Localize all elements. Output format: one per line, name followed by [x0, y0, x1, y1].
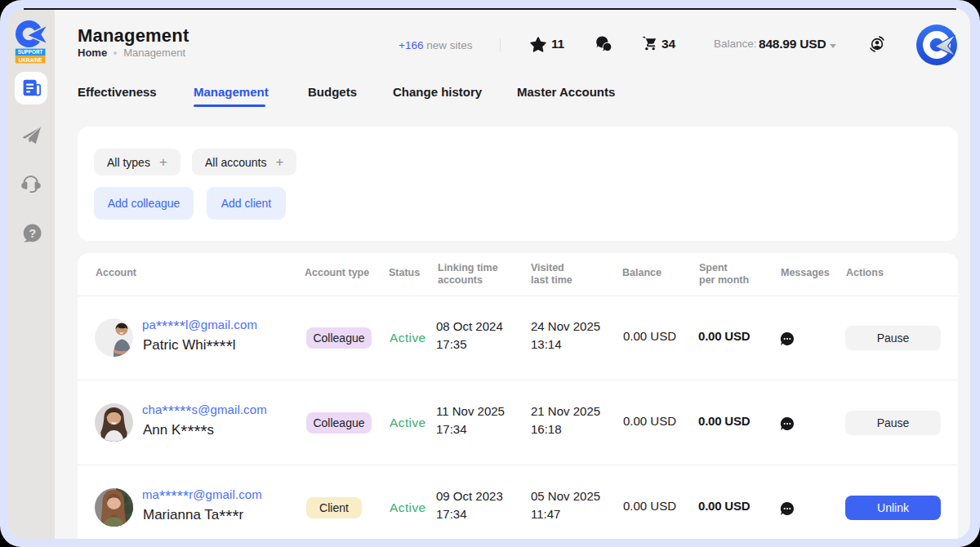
svg-text:?: ?: [29, 227, 36, 240]
svg-text:SUPPORT: SUPPORT: [18, 49, 43, 55]
svg-text:UKRAINE: UKRAINE: [19, 57, 42, 63]
